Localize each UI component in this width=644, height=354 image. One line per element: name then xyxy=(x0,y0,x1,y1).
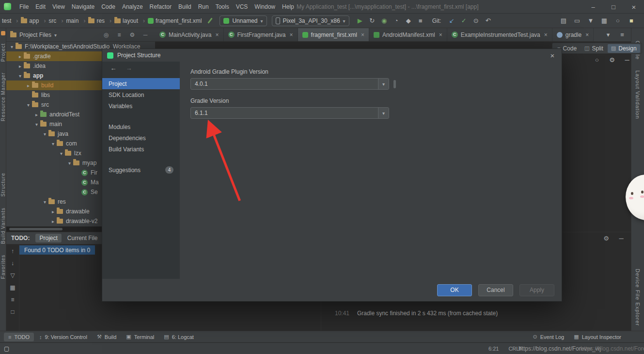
select-opened-file-icon[interactable]: ◎ xyxy=(102,32,110,38)
tool-stripe-button[interactable]: Resource Manager xyxy=(0,72,6,121)
previous-todo-icon[interactable]: ↑ xyxy=(9,248,16,254)
tree-toggle-icon[interactable] xyxy=(16,73,24,79)
version-combo-box[interactable]: 4.0.1 xyxy=(190,78,389,90)
cancel-button[interactable]: Cancel xyxy=(478,284,513,296)
build-button[interactable]: ⚒ Build xyxy=(93,332,121,341)
dialog-close-icon[interactable] xyxy=(548,51,557,60)
tree-toggle-icon[interactable] xyxy=(8,44,16,49)
tree-toggle-icon[interactable] xyxy=(66,161,73,166)
menu-item[interactable]: View xyxy=(49,0,68,13)
dialog-nav-item[interactable]: Variables xyxy=(102,100,180,112)
editor-tab[interactable]: gradle xyxy=(552,28,594,41)
apply-changes-icon[interactable]: ↻ xyxy=(368,17,376,24)
hide-icon[interactable]: ─ xyxy=(623,57,631,63)
project-view-selector[interactable]: Project Files xyxy=(19,32,51,38)
git-commit-icon[interactable]: ✓ xyxy=(460,17,468,24)
editor-tab[interactable]: MainActivity.java xyxy=(155,28,224,41)
dialog-nav-item[interactable]: Suggestions 4 xyxy=(102,164,180,176)
tree-toggle-icon[interactable] xyxy=(41,131,48,137)
breadcrumb-item[interactable]: layout xyxy=(114,17,148,24)
dialog-nav-item[interactable]: Modules xyxy=(102,121,180,132)
dropdown-arrow-icon[interactable] xyxy=(378,108,389,118)
tree-toggle-icon[interactable] xyxy=(25,83,32,88)
close-tab-icon[interactable] xyxy=(544,32,548,38)
todo-tab[interactable]: Current File xyxy=(63,234,102,242)
maximize-button[interactable] xyxy=(603,0,624,14)
git-history-icon[interactable]: ⊙ xyxy=(472,17,480,24)
close-tab-icon[interactable] xyxy=(439,32,442,38)
tool-stripe-button[interactable]: Project xyxy=(0,43,6,62)
menu-item[interactable]: Build xyxy=(175,0,195,13)
project-toolwindow-icon[interactable] xyxy=(1,31,5,35)
menu-item[interactable]: Refactor xyxy=(146,0,175,13)
tool-stripe-button[interactable]: Layout Validation xyxy=(635,70,641,119)
menu-item[interactable]: VCS xyxy=(233,0,251,13)
dialog-nav-item[interactable]: Project xyxy=(102,78,180,89)
menu-item[interactable]: Window xyxy=(251,0,279,13)
menu-item[interactable]: Tools xyxy=(212,0,233,13)
debug-icon[interactable]: ◉ xyxy=(380,17,388,24)
tree-toggle-icon[interactable] xyxy=(33,122,40,127)
tree-toggle-icon[interactable] xyxy=(49,141,57,146)
tree-toggle-icon[interactable] xyxy=(58,151,65,156)
dialog-nav-item[interactable]: SDK Location xyxy=(102,89,180,100)
settings-icon[interactable]: ⚙ xyxy=(608,57,616,63)
menu-item[interactable]: Edit xyxy=(32,0,49,13)
dialog-nav-item[interactable]: Dependencies xyxy=(102,132,180,144)
breadcrumb-item[interactable]: res xyxy=(88,17,114,24)
tab-options-icon[interactable]: ≡ xyxy=(618,32,626,38)
git-rollback-icon[interactable]: ↶ xyxy=(484,17,492,24)
mode-button[interactable]: ▨ Design xyxy=(608,44,640,53)
menu-item[interactable]: Run xyxy=(195,0,212,13)
attach-debugger-icon[interactable]: ◆ xyxy=(405,17,412,24)
close-window-button[interactable] xyxy=(624,0,644,14)
device-manager-icon[interactable]: ▭ xyxy=(573,17,581,24)
stop-icon[interactable]: ■ xyxy=(417,17,424,24)
group-by-icon[interactable]: ▦ xyxy=(9,285,16,290)
breadcrumb-item[interactable]: fragment_first.xml xyxy=(148,17,204,24)
sdk-manager-icon[interactable]: ▼ xyxy=(587,17,595,24)
layout-inspector-button[interactable]: ▦ Layout Inspector xyxy=(569,332,626,341)
close-tab-icon[interactable] xyxy=(361,32,364,38)
menu-item[interactable]: Navigate xyxy=(68,0,98,13)
tree-toggle-icon[interactable] xyxy=(25,102,32,108)
dropdown-arrow-icon[interactable] xyxy=(378,79,389,89)
tree-toggle-icon[interactable] xyxy=(41,199,48,205)
logcat-button[interactable]: ▤ 6: Logcat xyxy=(159,332,198,341)
preview-icon[interactable]: □ xyxy=(9,309,16,315)
filter-todos-icon[interactable]: ▽ xyxy=(9,273,16,278)
tool-stripe-button[interactable]: Favorites xyxy=(0,255,6,279)
breadcrumb-item[interactable]: src xyxy=(48,17,66,24)
menu-item[interactable]: Code xyxy=(98,0,119,13)
tree-toggle-icon[interactable] xyxy=(16,64,24,69)
caret-position[interactable]: 6:21 xyxy=(488,346,499,352)
layout-inspector-icon[interactable]: ▦ xyxy=(600,17,608,24)
breadcrumb-item[interactable]: main xyxy=(66,17,88,24)
close-tab-icon[interactable] xyxy=(215,32,219,38)
todo-tab[interactable]: Project xyxy=(35,234,61,242)
device-selector[interactable]: Pixel_3a_API_30_x86 xyxy=(272,16,349,26)
search-everywhere-icon[interactable]: ○ xyxy=(614,17,622,24)
terminal-button[interactable]: ▣ Terminal xyxy=(122,332,158,341)
git-update-icon[interactable]: ↙ xyxy=(448,17,456,24)
run-config-selector[interactable]: Unnamed xyxy=(220,16,267,26)
expand-all-icon[interactable]: ≡ xyxy=(9,297,16,303)
search-icon[interactable]: ○ xyxy=(593,57,601,63)
toolwindow-toggle-icon[interactable] xyxy=(4,345,9,352)
dialog-header[interactable]: Project Structure xyxy=(102,49,562,62)
collapse-all-icon[interactable]: ≡ xyxy=(115,32,123,38)
menu-item[interactable]: Analyze xyxy=(119,0,146,13)
hide-panel-icon[interactable]: ─ xyxy=(141,32,149,38)
mode-button[interactable]: ◫ Split xyxy=(581,44,607,53)
breadcrumb-item[interactable]: test xyxy=(2,17,21,24)
tree-toggle-icon[interactable] xyxy=(33,112,40,117)
close-tab-icon[interactable] xyxy=(585,32,589,38)
editor-tab[interactable]: fragment_first.xml xyxy=(298,28,369,41)
inspections-icon[interactable] xyxy=(208,17,213,23)
editor-tab[interactable]: ExampleInstrumentedTest.java xyxy=(447,28,552,41)
settings-icon[interactable]: ⚙ xyxy=(128,32,136,38)
breadcrumb-item[interactable]: app xyxy=(21,17,48,24)
hidden-tabs-icon[interactable]: ▾ xyxy=(604,32,612,38)
editor-tab[interactable]: AndroidManifest.xml xyxy=(369,28,447,41)
forward-icon[interactable]: → xyxy=(125,65,133,71)
